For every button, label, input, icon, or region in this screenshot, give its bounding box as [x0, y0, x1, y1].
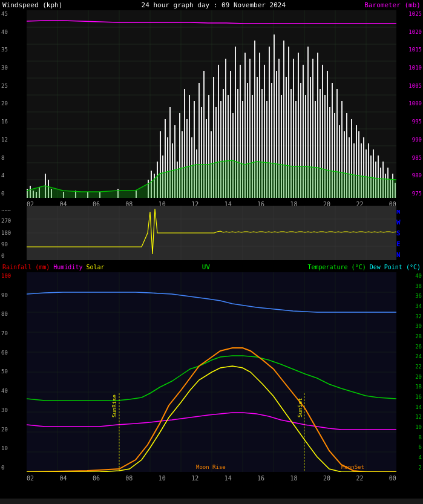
wind-dir-wrapper: 360 270 180 90 0 — [0, 206, 423, 260]
wind-dir-y-axis: 360 270 180 90 0 — [0, 206, 27, 260]
legend-rainfall: Rainfall (mm) — [2, 264, 50, 270]
legend-uv: UV — [202, 263, 210, 271]
date-label: 24 hour graph day : 09 November 2024 — [142, 1, 286, 9]
compass-w: W — [396, 218, 423, 226]
legend-bar: Rainfall (mm) Humidity Solar UV Temperat… — [0, 261, 423, 272]
windspeed-wrapper: 45 40 35 30 25 20 16 12 8 4 0 — [0, 10, 423, 198]
windspeed-chart: Windspeed (kph) 24 hour graph day : 09 N… — [0, 0, 423, 206]
barometer-label: Barometer (mb) — [364, 1, 421, 9]
bottom-chart: 100 90 80 70 60 50 40 30 20 10 0 — [0, 272, 423, 499]
compass-labels: N W S E N — [396, 206, 423, 260]
bottom-x-axis: 02 04 06 08 10 12 14 16 18 20 22 00 — [0, 472, 423, 484]
main-container: Windspeed (kph) 24 hour graph day : 09 N… — [0, 0, 423, 499]
windspeed-main-area — [27, 10, 396, 198]
legend-solar: Solar — [86, 264, 104, 270]
svg-marker-137 — [27, 160, 396, 198]
windspeed-y-axis-left: 45 40 35 30 25 20 16 12 8 4 0 — [0, 10, 27, 198]
barometer-y-axis: 1025 1020 1015 1010 1005 1000 995 990 98… — [396, 10, 423, 198]
compass-s: S — [396, 229, 423, 237]
windspeed-label: Windspeed (kph) — [2, 1, 62, 9]
wind-direction-section: 360 270 180 90 0 — [0, 206, 423, 261]
compass-e: E — [396, 240, 423, 248]
legend-temperature: Temperature (°C) — [307, 264, 366, 270]
bottom-main-area: SunRise SunSet Moon Rise MoonSet — [27, 272, 396, 472]
compass-n2: N — [396, 251, 423, 259]
sunrise-label: SunRise — [111, 394, 117, 417]
chart-header: Windspeed (kph) 24 hour graph day : 09 N… — [0, 0, 423, 10]
wind-dir-svg — [27, 206, 396, 260]
moonrise-label: Moon Rise — [196, 464, 226, 470]
wind-dir-main — [27, 206, 396, 260]
moonset-label: MoonSet — [341, 464, 364, 470]
windspeed-svg — [27, 10, 396, 198]
bottom-wrapper: 100 90 80 70 60 50 40 30 20 10 0 — [0, 272, 423, 472]
bottom-svg: SunRise SunSet Moon Rise MoonSet — [27, 272, 396, 472]
bottom-x-axis-labels: 02 04 06 08 10 12 14 16 18 20 22 00 — [27, 475, 396, 482]
legend-dew-point: Dew Point (°C) — [370, 264, 421, 270]
legend-humidity: Humidity — [53, 264, 82, 270]
bottom-y-axis-left: 100 90 80 70 60 50 40 30 20 10 0 — [0, 272, 27, 472]
sunset-label: SunSet — [297, 398, 303, 417]
bottom-y-axis-right: 40 38 36 34 32 30 28 26 24 22 20 18 16 1… — [396, 272, 423, 472]
